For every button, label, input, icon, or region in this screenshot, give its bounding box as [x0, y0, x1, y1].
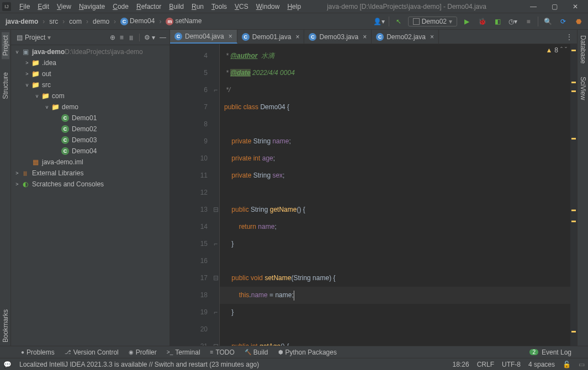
debug-button[interactable]: 🐞	[476, 15, 488, 28]
rail-structure[interactable]: Structure	[2, 69, 9, 103]
hide-panel-icon[interactable]: —	[160, 34, 166, 41]
tree-item-demo02[interactable]: CDemo02	[11, 124, 169, 135]
tree-item-demo03[interactable]: CDemo03	[11, 135, 169, 146]
locate-icon[interactable]: ⊕	[110, 34, 115, 41]
breadcrumb-demo[interactable]: demo	[91, 17, 112, 26]
close-tab-icon[interactable]: ×	[294, 33, 299, 41]
rail-sciview[interactable]: SciView	[579, 74, 587, 102]
status-time[interactable]: 18:26	[453, 361, 469, 368]
left-tool-rail: Project Structure Bookmarks	[0, 30, 11, 346]
search-icon[interactable]: 🔍	[542, 15, 554, 28]
editor-body[interactable]: 456789101112131415161718192021 ⌐ ⊟ ⌐ ⊟ ⌐…	[170, 44, 577, 346]
status-bar: 💬 Localized IntelliJ IDEA 2021.3.3 is av…	[0, 358, 588, 370]
toolwin-todo[interactable]: ≡TODO	[208, 348, 237, 356]
close-button[interactable]: ✕	[565, 1, 586, 13]
status-indent[interactable]: 4 spaces	[528, 361, 555, 368]
toolwin-python-packages[interactable]: ⬢Python Packages	[276, 348, 339, 356]
tree-item-src[interactable]: v📁src	[11, 79, 169, 90]
settings-icon[interactable]: ⚙ ▾	[144, 34, 155, 41]
readonly-lock-icon[interactable]: 🔓	[563, 361, 571, 368]
project-panel: ▤ Project ▾ ⊕ ≡ ⫼ ⚙ ▾ — v▣java-demo D:\I…	[11, 30, 170, 346]
project-tree[interactable]: v▣java-demo D:\IdeaProjects\java-demo>📁.…	[11, 45, 169, 346]
menu-window[interactable]: Window	[252, 2, 284, 12]
back-hammer-icon[interactable]: ↖	[393, 15, 405, 28]
menu-vcs[interactable]: VCS	[231, 2, 252, 12]
line-gutter[interactable]: 456789101112131415161718192021	[170, 44, 212, 346]
error-stripe[interactable]	[570, 44, 577, 346]
title-bar: IJ FileEditViewNavigateCodeRefactorBuild…	[0, 0, 588, 13]
menu-help[interactable]: Help	[283, 2, 305, 12]
run-button[interactable]: ▶	[460, 15, 473, 28]
close-tab-icon[interactable]: ×	[428, 33, 434, 41]
add-user-icon[interactable]: 👤▾	[373, 15, 385, 28]
editor-tab-demo03[interactable]: CDemo03.java×	[304, 30, 372, 44]
breadcrumb-com[interactable]: com	[67, 17, 84, 26]
editor-tab-demo02[interactable]: CDemo02.java×	[372, 30, 439, 44]
breadcrumb-setname[interactable]: msetName	[163, 16, 204, 26]
main-menu: FileEditViewNavigateCodeRefactorBuildRun…	[15, 3, 305, 10]
rail-database[interactable]: Database	[579, 33, 587, 66]
expand-all-icon[interactable]: ≡	[120, 34, 124, 41]
menu-edit[interactable]: Edit	[34, 2, 53, 12]
collapse-all-icon[interactable]: ⫼	[128, 34, 135, 41]
maximize-button[interactable]: ▢	[544, 1, 565, 13]
editor-tab-demo01[interactable]: CDemo01.java×	[237, 30, 305, 44]
status-notification-icon[interactable]: 💬	[3, 361, 12, 368]
event-log-badge: 2	[529, 349, 538, 355]
inspection-summary[interactable]: ▲ 8 ˆˇ	[545, 46, 567, 54]
status-message[interactable]: Localized IntelliJ IDEA 2021.3.3 is avai…	[19, 361, 259, 368]
coverage-button[interactable]: ◧	[491, 15, 504, 28]
toolwin-terminal[interactable]: >_Terminal	[165, 348, 203, 356]
chevron-right-icon: ›	[41, 18, 46, 25]
tree-item-demo01[interactable]: CDemo01	[11, 112, 169, 124]
profile-button[interactable]: ◷▾	[507, 15, 519, 28]
tree-item-demo[interactable]: v📁demo	[11, 101, 169, 112]
menu-view[interactable]: View	[53, 2, 75, 12]
tree-item-com[interactable]: v📁com	[11, 90, 169, 101]
run-config-selector[interactable]: Demo02 ▾	[408, 17, 457, 26]
toolwin-version-control[interactable]: ⎇Version Control	[62, 348, 121, 356]
toolwin-problems[interactable]: ●Problems	[19, 348, 57, 356]
minimize-button[interactable]: —	[523, 1, 544, 13]
menu-run[interactable]: Run	[188, 2, 208, 12]
toolwin-profiler[interactable]: ◉Profiler	[126, 348, 159, 356]
sync-icon[interactable]: ⟳	[557, 15, 569, 28]
toolwin-build[interactable]: 🔨Build	[242, 348, 271, 356]
event-log-button[interactable]: Event Log	[542, 348, 571, 356]
menu-file[interactable]: File	[15, 2, 34, 12]
editor-area: CDemo04.java×CDemo01.java×CDemo03.java×C…	[170, 30, 577, 346]
status-more-icon[interactable]: ▭	[579, 361, 585, 368]
rail-project[interactable]: Project	[2, 32, 9, 59]
rail-bookmarks[interactable]: Bookmarks	[2, 306, 9, 346]
breadcrumb-java-demo[interactable]: java-demo	[3, 17, 40, 26]
menu-build[interactable]: Build	[165, 2, 188, 12]
chevron-right-icon: ›	[85, 18, 89, 25]
chevron-right-icon: ›	[113, 18, 117, 25]
breadcrumb-demo04[interactable]: CDemo04	[118, 16, 157, 26]
tree-item-.idea[interactable]: >📁.idea	[11, 57, 169, 68]
status-eol[interactable]: CRLF	[477, 361, 494, 368]
close-tab-icon[interactable]: ×	[227, 33, 232, 40]
menu-tools[interactable]: Tools	[208, 2, 231, 12]
tree-item-scratches-and-consoles[interactable]: >◐Scratches and Consoles	[11, 179, 169, 190]
tool-window-buttons: ●Problems⎇Version Control◉Profiler>_Term…	[19, 348, 339, 356]
tree-item-out[interactable]: >📁out	[11, 68, 169, 79]
menu-code[interactable]: Code	[109, 2, 133, 12]
warning-icon: ▲	[545, 46, 552, 54]
tabs-menu-icon[interactable]: ⋮	[561, 30, 577, 44]
code-content[interactable]: * @author 水滴 * @date 2022/4/4 0004 */pub…	[220, 44, 577, 346]
ide-errors-icon[interactable]: ⬣	[573, 15, 585, 28]
tree-item-external-libraries[interactable]: >⫼External Libraries	[11, 168, 169, 179]
tree-root[interactable]: v▣java-demo D:\IdeaProjects\java-demo	[11, 46, 169, 57]
tree-item-demo04[interactable]: CDemo04	[11, 146, 169, 157]
project-panel-title[interactable]: ▤ Project ▾	[14, 33, 53, 42]
editor-tab-demo04[interactable]: CDemo04.java×	[170, 30, 237, 44]
breadcrumb-src[interactable]: src	[47, 17, 60, 26]
menu-navigate[interactable]: Navigate	[75, 2, 109, 12]
stop-button[interactable]: ■	[522, 15, 534, 28]
fold-gutter[interactable]: ⌐ ⊟ ⌐ ⊟ ⌐ ⊟	[212, 44, 220, 346]
tree-item-java-demo.iml[interactable]: ▦java-demo.iml	[11, 157, 169, 168]
status-encoding[interactable]: UTF-8	[502, 361, 521, 368]
menu-refactor[interactable]: Refactor	[133, 2, 165, 12]
close-tab-icon[interactable]: ×	[361, 33, 367, 41]
